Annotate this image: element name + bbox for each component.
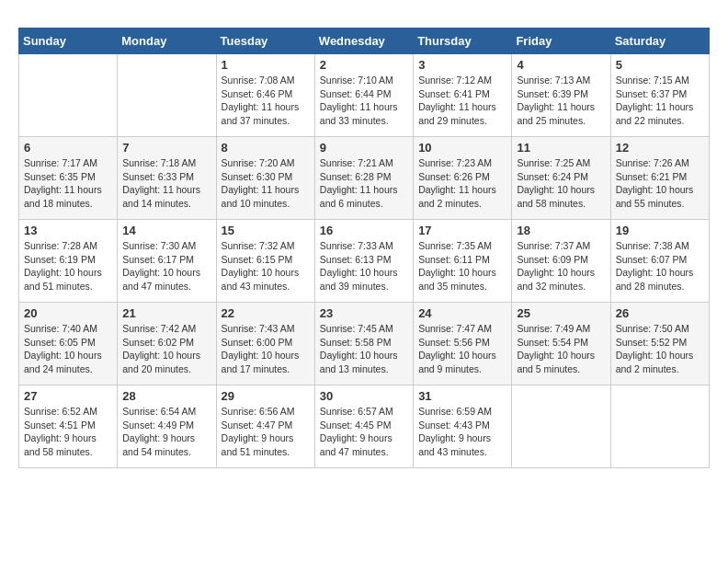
calendar-cell: 9Sunrise: 7:21 AM Sunset: 6:28 PM Daylig…: [314, 137, 413, 220]
day-number: 5: [616, 58, 704, 72]
day-number: 26: [616, 306, 704, 320]
calendar-week-1: 1Sunrise: 7:08 AM Sunset: 6:46 PM Daylig…: [19, 54, 710, 137]
day-info: Sunrise: 7:50 AM Sunset: 5:52 PM Dayligh…: [616, 322, 704, 376]
day-number: 21: [122, 306, 210, 320]
calendar-cell: 19Sunrise: 7:38 AM Sunset: 6:07 PM Dayli…: [610, 220, 709, 303]
day-header-sunday: Sunday: [19, 29, 118, 54]
calendar-cell: [118, 54, 216, 137]
day-header-wednesday: Wednesday: [314, 29, 413, 54]
day-number: 13: [24, 224, 112, 237]
day-number: 19: [616, 224, 704, 237]
day-info: Sunrise: 7:42 AM Sunset: 6:02 PM Dayligh…: [122, 322, 210, 376]
day-number: 6: [24, 141, 112, 155]
calendar-cell: 29Sunrise: 6:56 AM Sunset: 4:47 PM Dayli…: [216, 385, 314, 468]
day-info: Sunrise: 7:47 AM Sunset: 5:56 PM Dayligh…: [418, 322, 506, 376]
day-number: 14: [122, 224, 210, 237]
calendar-cell: 20Sunrise: 7:40 AM Sunset: 6:05 PM Dayli…: [19, 303, 118, 385]
day-info: Sunrise: 7:35 AM Sunset: 6:11 PM Dayligh…: [418, 239, 506, 293]
calendar-week-5: 27Sunrise: 6:52 AM Sunset: 4:51 PM Dayli…: [19, 385, 710, 468]
day-number: 17: [418, 224, 506, 237]
calendar-cell: 18Sunrise: 7:37 AM Sunset: 6:09 PM Dayli…: [512, 220, 610, 303]
day-header-friday: Friday: [512, 29, 610, 54]
day-info: Sunrise: 6:56 AM Sunset: 4:47 PM Dayligh…: [222, 405, 310, 459]
day-number: 8: [222, 141, 310, 155]
day-number: 31: [418, 389, 506, 403]
calendar-week-4: 20Sunrise: 7:40 AM Sunset: 6:05 PM Dayli…: [19, 303, 710, 385]
day-number: 1: [222, 58, 310, 72]
day-info: Sunrise: 7:18 AM Sunset: 6:33 PM Dayligh…: [122, 156, 210, 211]
day-info: Sunrise: 7:32 AM Sunset: 6:15 PM Dayligh…: [222, 239, 310, 293]
day-info: Sunrise: 6:54 AM Sunset: 4:49 PM Dayligh…: [122, 405, 210, 459]
calendar-cell: 4Sunrise: 7:13 AM Sunset: 6:39 PM Daylig…: [512, 54, 610, 137]
day-header-saturday: Saturday: [610, 29, 709, 54]
day-number: 25: [517, 306, 605, 320]
day-info: Sunrise: 6:52 AM Sunset: 4:51 PM Dayligh…: [24, 405, 112, 459]
day-number: 4: [517, 58, 605, 72]
day-number: 27: [24, 389, 112, 403]
calendar-cell: 1Sunrise: 7:08 AM Sunset: 6:46 PM Daylig…: [216, 54, 314, 137]
day-info: Sunrise: 7:49 AM Sunset: 5:54 PM Dayligh…: [517, 322, 605, 376]
calendar-cell: 16Sunrise: 7:33 AM Sunset: 6:13 PM Dayli…: [314, 220, 413, 303]
calendar-cell: 28Sunrise: 6:54 AM Sunset: 4:49 PM Dayli…: [118, 385, 216, 468]
calendar-cell: 23Sunrise: 7:45 AM Sunset: 5:58 PM Dayli…: [314, 303, 413, 385]
day-headers-row: SundayMondayTuesdayWednesdayThursdayFrid…: [19, 29, 710, 54]
day-number: 3: [418, 58, 506, 72]
calendar-cell: 17Sunrise: 7:35 AM Sunset: 6:11 PM Dayli…: [414, 220, 512, 303]
day-info: Sunrise: 7:45 AM Sunset: 5:58 PM Dayligh…: [320, 322, 408, 376]
calendar-cell: 15Sunrise: 7:32 AM Sunset: 6:15 PM Dayli…: [216, 220, 314, 303]
day-header-monday: Monday: [118, 29, 216, 54]
day-number: 12: [616, 141, 704, 155]
calendar-cell: 22Sunrise: 7:43 AM Sunset: 6:00 PM Dayli…: [216, 303, 314, 385]
day-info: Sunrise: 7:21 AM Sunset: 6:28 PM Dayligh…: [320, 156, 408, 211]
day-number: 10: [418, 141, 506, 155]
day-info: Sunrise: 6:57 AM Sunset: 4:45 PM Dayligh…: [320, 405, 408, 459]
calendar-cell: 31Sunrise: 6:59 AM Sunset: 4:43 PM Dayli…: [414, 385, 512, 468]
calendar-cell: 25Sunrise: 7:49 AM Sunset: 5:54 PM Dayli…: [512, 303, 610, 385]
calendar-cell: [610, 385, 709, 468]
day-number: 7: [122, 141, 210, 155]
day-info: Sunrise: 7:43 AM Sunset: 6:00 PM Dayligh…: [222, 322, 310, 376]
day-number: 30: [320, 389, 408, 403]
day-number: 23: [320, 306, 408, 320]
calendar-cell: 30Sunrise: 6:57 AM Sunset: 4:45 PM Dayli…: [314, 385, 413, 468]
day-info: Sunrise: 7:28 AM Sunset: 6:19 PM Dayligh…: [24, 239, 112, 293]
day-info: Sunrise: 7:37 AM Sunset: 6:09 PM Dayligh…: [517, 239, 605, 293]
day-number: 9: [320, 141, 408, 155]
day-info: Sunrise: 7:26 AM Sunset: 6:21 PM Dayligh…: [616, 156, 704, 211]
calendar-cell: 11Sunrise: 7:25 AM Sunset: 6:24 PM Dayli…: [512, 137, 610, 220]
day-number: 29: [222, 389, 310, 403]
calendar-cell: 21Sunrise: 7:42 AM Sunset: 6:02 PM Dayli…: [118, 303, 216, 385]
day-number: 18: [517, 224, 605, 237]
calendar-week-2: 6Sunrise: 7:17 AM Sunset: 6:35 PM Daylig…: [19, 137, 710, 220]
calendar-cell: 8Sunrise: 7:20 AM Sunset: 6:30 PM Daylig…: [216, 137, 314, 220]
calendar-cell: 10Sunrise: 7:23 AM Sunset: 6:26 PM Dayli…: [414, 137, 512, 220]
calendar-cell: 5Sunrise: 7:15 AM Sunset: 6:37 PM Daylig…: [610, 54, 709, 137]
day-info: Sunrise: 7:13 AM Sunset: 6:39 PM Dayligh…: [517, 74, 605, 128]
day-header-tuesday: Tuesday: [216, 29, 314, 54]
calendar-week-3: 13Sunrise: 7:28 AM Sunset: 6:19 PM Dayli…: [19, 220, 710, 303]
day-number: 28: [122, 389, 210, 403]
calendar-cell: 3Sunrise: 7:12 AM Sunset: 6:41 PM Daylig…: [414, 54, 512, 137]
calendar-cell: [512, 385, 610, 468]
day-info: Sunrise: 7:40 AM Sunset: 6:05 PM Dayligh…: [24, 322, 112, 376]
calendar-cell: 2Sunrise: 7:10 AM Sunset: 6:44 PM Daylig…: [314, 54, 413, 137]
day-number: 22: [222, 306, 310, 320]
day-info: Sunrise: 7:08 AM Sunset: 6:46 PM Dayligh…: [222, 74, 310, 128]
day-number: 2: [320, 58, 408, 72]
calendar-cell: 6Sunrise: 7:17 AM Sunset: 6:35 PM Daylig…: [19, 137, 118, 220]
day-info: Sunrise: 6:59 AM Sunset: 4:43 PM Dayligh…: [418, 405, 506, 459]
day-info: Sunrise: 7:33 AM Sunset: 6:13 PM Dayligh…: [320, 239, 408, 293]
day-number: 16: [320, 224, 408, 237]
day-number: 15: [222, 224, 310, 237]
calendar-cell: 26Sunrise: 7:50 AM Sunset: 5:52 PM Dayli…: [610, 303, 709, 385]
day-info: Sunrise: 7:38 AM Sunset: 6:07 PM Dayligh…: [616, 239, 704, 293]
calendar-cell: 7Sunrise: 7:18 AM Sunset: 6:33 PM Daylig…: [118, 137, 216, 220]
calendar-table: SundayMondayTuesdayWednesdayThursdayFrid…: [18, 28, 710, 468]
day-info: Sunrise: 7:23 AM Sunset: 6:26 PM Dayligh…: [418, 156, 506, 211]
day-number: 11: [517, 141, 605, 155]
day-header-thursday: Thursday: [414, 29, 512, 54]
calendar-cell: 27Sunrise: 6:52 AM Sunset: 4:51 PM Dayli…: [19, 385, 118, 468]
day-info: Sunrise: 7:20 AM Sunset: 6:30 PM Dayligh…: [222, 156, 310, 211]
calendar-cell: 14Sunrise: 7:30 AM Sunset: 6:17 PM Dayli…: [118, 220, 216, 303]
calendar-cell: 12Sunrise: 7:26 AM Sunset: 6:21 PM Dayli…: [610, 137, 709, 220]
